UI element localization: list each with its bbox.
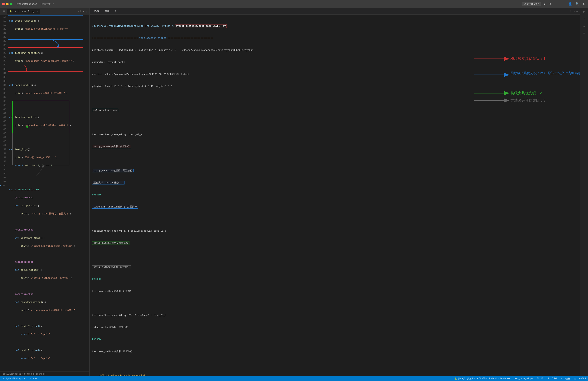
terminal-tab[interactable]: 终端 [92,8,102,14]
traffic-lights [2,3,12,5]
statusbar: ⎇ PythonWorkspace ⚠ 0 ✕ 0 🐍 第49课：第三方库 › … [0,376,588,381]
errors-status[interactable]: ⚠ 0 ✕ 0 [27,377,37,380]
code-area: 17 18 19 20 21 22 23 24 25 26 27 28 29 3… [0,15,89,372]
indent-status[interactable]: 4 个空格 [561,377,570,380]
breadcrumb-method: teardown_method() [24,373,46,375]
svg-text:类级夹具优先级：2: 类级夹具优先级：2 [510,91,542,95]
annotation-arrows: 模块级夹具优先级：1 函数级夹具优先级：2/3，取决于py文件内编码顺序 类级夹… [474,15,580,179]
annotations-panel: 模块级夹具优先级：1 函数级夹具优先级：2/3，取决于py文件内编码顺序 类级夹… [474,15,580,376]
maximize-button[interactable] [10,3,12,5]
new-file-icon[interactable]: ☰ [1,10,7,13]
right-panel-icons: ⊞ ⫶ ✦ ≡ [580,8,588,376]
terminal-actions: ⋮ ✕ ⋯ [569,10,578,13]
code-content: def setup_function(): print('\nsetup_fun… [8,15,89,369]
terminal-tabbar: 终端 本地 + ⋮ ✕ ⋯ [90,8,580,15]
main-content: ☰ 🐍 test_case_01.py × ✓1 ∧ ⋮ 17 18 19 20… [0,8,588,376]
add-tab[interactable]: + [112,9,119,14]
minimize-button[interactable] [6,3,9,5]
run-button[interactable]: ▶ [543,2,547,6]
branch-badge[interactable]: ⎇ somthing ∨ [522,2,541,6]
svg-text:方法级夹具优先级：3: 方法级夹具优先级：3 [510,98,546,102]
breadcrumb-status: 🐍 第49课：第三方库 › CASE29: Pytest › testcase … [455,377,533,380]
svg-text:模块级夹具优先级：1: 模块级夹具优先级：1 [510,57,546,61]
tab-close-button[interactable]: × [37,10,38,12]
git-icon: ⎇ [2,377,5,380]
cursor-position[interactable]: 51:18 [537,377,543,380]
search-button[interactable]: 🔍 [574,2,580,6]
terminal-content[interactable]: (python385) yangkai@yangkaideMacBook-Pro… [90,15,474,376]
titlebar: PythonWorkspace > 版本控制 ∨ ⎇ somthing ∨ ▶ … [0,0,588,8]
encoding-status[interactable]: LF UTF-8 [547,377,557,380]
editor-tabbar: ☰ 🐍 test_case_01.py × ✓1 ∧ ⋮ [0,8,89,15]
editor-actions: ✓1 ∧ ⋮ [78,10,88,13]
python-env[interactable]: python385 [574,377,586,380]
svg-text:函数级夹具优先级：2/3，取决于py文件内编码顺序: 函数级夹具优先级：2/3，取决于py文件内编码顺序 [510,71,580,75]
settings-button[interactable]: ⚙ [582,2,586,6]
line-numbers: 17 18 19 20 21 22 23 24 25 26 27 28 29 3… [0,15,8,188]
close-button[interactable] [2,3,5,5]
layout-icon[interactable]: ⊞ [583,9,586,15]
indent-icon[interactable]: ≡ [583,31,586,36]
account-button[interactable]: 👤 [567,2,573,6]
local-tab[interactable]: 本地 [102,8,112,14]
terminal-panel: 终端 本地 + ⋮ ✕ ⋯ (python385) yangkai@yangka… [90,8,580,376]
editor-panel: ☰ 🐍 test_case_01.py × ✓1 ∧ ⋮ 17 18 19 20… [0,8,90,376]
breadcrumb: TestClassCase01 › teardown_method() [0,372,89,376]
git-status[interactable]: ⎇ PythonWorkspace [2,377,25,380]
python-file-icon: 🐍 [9,10,12,13]
debug-button[interactable]: ⚙ [548,2,552,6]
terminal-content-wrapper: (python385) yangkai@yangkaideMacBook-Pro… [90,15,580,376]
split-icon[interactable]: ⫶ [583,17,586,22]
more-button[interactable]: ⋮ [554,2,559,6]
ai-icon[interactable]: ✦ [583,24,586,29]
file-tab[interactable]: 🐍 test_case_01.py × [7,9,40,14]
app-name: PythonWorkspace > 版本控制 ∨ [16,2,55,6]
breadcrumb-class: TestClassCase01 [1,373,21,375]
